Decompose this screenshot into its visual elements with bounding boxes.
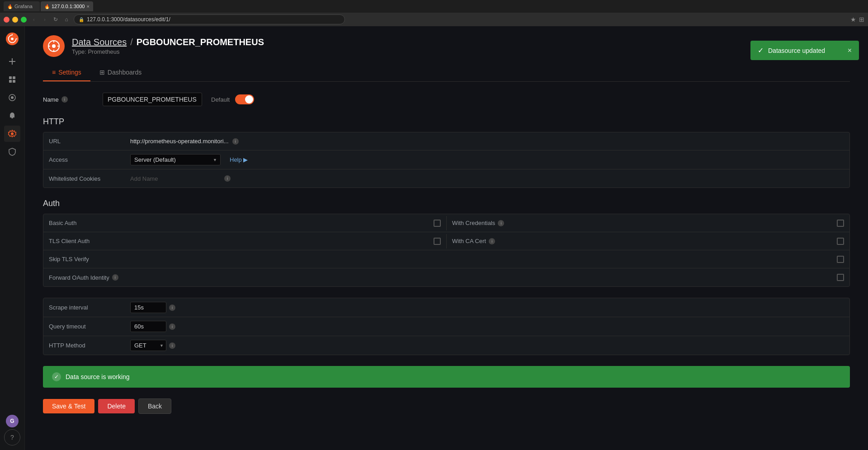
http-field-group: URL http://prometheus-operated.monitori.… (43, 132, 850, 188)
browser-tabs: 🔥 Grafana 🔥 127.0.0.1:3000 × (0, 0, 868, 13)
avatar-initials: G (10, 418, 14, 424)
with-credentials-label: With Credentials i (452, 220, 833, 226)
breadcrumb-link[interactable]: Data Sources (72, 37, 127, 47)
method-select-wrapper: GET POST (130, 340, 166, 351)
grafana-logo[interactable] (4, 31, 20, 47)
access-row: Access Server (Default) Browser Help ▶ (43, 150, 849, 169)
access-select-wrapper: Server (Default) Browser (130, 154, 221, 165)
toast-check-icon: ✓ (758, 46, 764, 55)
url-text: 127.0.0.1:3000/datasources/edit/1/ (87, 16, 170, 23)
tabs: ≡ Settings ⊞ Dashboards (43, 64, 850, 82)
toggle-knob (245, 95, 253, 103)
app-layout: G ? Data Sources / (0, 26, 868, 450)
sidebar-help[interactable]: ? (4, 429, 20, 445)
sidebar-item-alerting[interactable] (4, 108, 20, 124)
form-content: Name i Default HTTP URL (25, 82, 868, 425)
cookies-info-icon[interactable]: i (224, 175, 231, 182)
basic-auth-checkbox[interactable] (434, 220, 441, 227)
interval-field-group: Scrape interval i Query timeout i (43, 298, 850, 355)
toast-close-button[interactable]: × (848, 47, 852, 55)
url-value: http://prometheus-operated.monitori... i (125, 134, 849, 148)
whitelisted-cookies-input[interactable] (130, 175, 221, 182)
scrape-interval-label: Scrape interval (43, 300, 125, 314)
timeout-info-icon[interactable]: i (169, 323, 175, 330)
lock-icon: 🔒 (79, 17, 84, 22)
query-timeout-value: i (125, 317, 181, 336)
interval-section: Scrape interval i Query timeout i (43, 298, 850, 355)
name-input[interactable] (103, 93, 202, 106)
delete-button[interactable]: Delete (98, 399, 134, 413)
tls-auth-checkbox[interactable] (434, 238, 441, 245)
svg-point-15 (52, 44, 56, 48)
auth-row-3: Skip TLS Verify (43, 250, 849, 268)
sidebar-item-add[interactable] (4, 53, 20, 70)
url-info-icon[interactable]: i (232, 138, 239, 145)
url-label: URL (43, 134, 125, 148)
http-method-select[interactable]: GET POST (130, 340, 166, 351)
auth-row-1: Basic Auth With Credentials i (43, 214, 849, 232)
svg-point-1 (11, 38, 14, 40)
whitelisted-cookies-value: i (125, 172, 849, 186)
scrape-info-icon[interactable]: i (169, 305, 175, 311)
method-info-icon[interactable]: i (169, 342, 175, 349)
sidebar-item-dashboards[interactable] (4, 71, 20, 88)
skip-tls-label: Skip TLS Verify (49, 256, 833, 262)
tab-dashboards[interactable]: ⊞ Dashboards (90, 64, 151, 81)
with-credentials-cell: With Credentials i (446, 216, 849, 230)
url-text: http://prometheus-operated.monitori... (130, 138, 229, 145)
scrape-interval-input[interactable] (130, 302, 166, 313)
http-method-value: GET POST i (125, 336, 181, 355)
home-btn[interactable]: ⌂ (63, 16, 70, 23)
auth-section: Auth Basic Auth With Credentials i (43, 199, 850, 287)
working-check-icon: ✓ (52, 372, 61, 381)
forward-nav-btn[interactable]: › (41, 16, 48, 23)
with-credentials-checkbox[interactable] (837, 220, 844, 227)
sidebar-item-shield[interactable] (4, 144, 20, 160)
svg-rect-5 (9, 61, 15, 62)
svg-rect-12 (11, 117, 13, 118)
browser-tab-1[interactable]: 🔥 Grafana (4, 1, 40, 11)
name-info-icon[interactable]: i (61, 96, 68, 103)
breadcrumb-separator: / (130, 37, 133, 47)
avatar[interactable]: G (6, 415, 19, 427)
http-section: HTTP URL http://prometheus-operated.moni… (43, 117, 850, 188)
browser-tab-2[interactable]: 🔥 127.0.0.1:3000 × (41, 1, 93, 11)
default-toggle[interactable] (235, 94, 254, 104)
breadcrumb-current: PGBOUNCER_PROMETHEUS (137, 37, 264, 47)
query-timeout-input[interactable] (130, 321, 166, 332)
sidebar-item-explore[interactable] (4, 89, 20, 106)
sidebar-item-config[interactable] (4, 126, 20, 142)
back-button[interactable]: Back (138, 398, 171, 414)
page-header: Data Sources / PGBOUNCER_PROMETHEUS Type… (25, 26, 868, 57)
help-link[interactable]: Help ▶ (230, 156, 248, 163)
save-test-button[interactable]: Save & Test (43, 399, 94, 413)
svg-rect-9 (13, 80, 15, 83)
svg-rect-8 (9, 80, 12, 83)
auth-row-4: Forward OAuth Identity i (43, 268, 849, 286)
oauth-info-icon[interactable]: i (112, 274, 118, 281)
toast-notification: ✓ Datasource updated × (750, 41, 859, 60)
auth-row-2: TLS Client Auth With CA Cert i (43, 232, 849, 250)
name-row: Name i Default (43, 93, 850, 106)
reload-btn[interactable]: ↻ (52, 16, 59, 23)
scrape-interval-row: Scrape interval i (43, 298, 849, 317)
header-text: Data Sources / PGBOUNCER_PROMETHEUS Type… (72, 37, 264, 55)
browser-toolbar: ‹ › ↻ ⌂ 🔒 127.0.0.1:3000/datasources/edi… (0, 13, 868, 26)
skip-tls-checkbox[interactable] (837, 256, 844, 263)
access-label: Access (43, 153, 125, 167)
settings-tab-label: Settings (58, 69, 81, 76)
credentials-info-icon[interactable]: i (498, 220, 504, 226)
datasource-type: Type: Prometheus (72, 48, 264, 55)
forward-oauth-cell: Forward OAuth Identity i (43, 270, 849, 285)
forward-oauth-checkbox[interactable] (837, 274, 844, 281)
ca-cert-info-icon[interactable]: i (489, 238, 495, 244)
svg-rect-6 (9, 76, 12, 79)
default-label: Default (211, 96, 230, 103)
ca-cert-checkbox[interactable] (837, 238, 844, 245)
address-bar[interactable]: 🔒 127.0.0.1:3000/datasources/edit/1/ (74, 14, 345, 24)
svg-rect-7 (13, 76, 15, 79)
access-select[interactable]: Server (Default) Browser (130, 154, 221, 165)
whitelisted-cookies-label: Whitelisted Cookies (43, 172, 125, 186)
tab-settings[interactable]: ≡ Settings (43, 64, 90, 81)
back-nav-btn[interactable]: ‹ (30, 16, 38, 23)
